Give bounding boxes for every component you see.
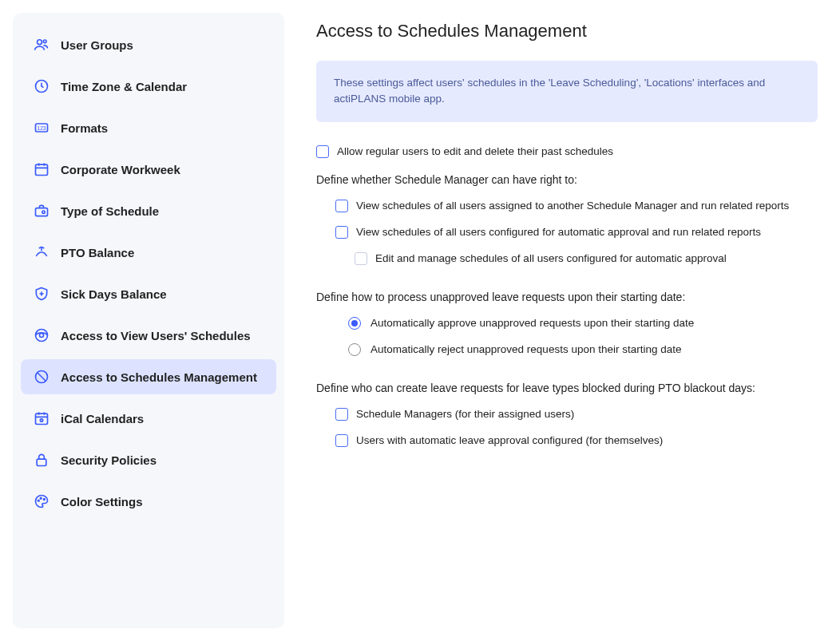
formats-icon: 123: [34, 120, 50, 136]
sidebar-item-view-schedules[interactable]: Access to View Users' Schedules: [21, 318, 276, 353]
radio-label: Automatically approve unapproved request…: [370, 316, 694, 331]
sidebar-item-color[interactable]: Color Settings: [21, 484, 276, 519]
info-banner: These settings affect users' schedules i…: [316, 61, 818, 122]
sidebar-item-timezone[interactable]: Time Zone & Calendar: [21, 69, 276, 104]
sidebar-item-schedule-type[interactable]: Type of Schedule: [21, 193, 276, 228]
svg-point-0: [38, 40, 42, 45]
sidebar-item-formats[interactable]: 123 Formats: [21, 110, 276, 145]
block-icon: [34, 369, 50, 385]
briefcase-icon: [34, 203, 50, 219]
clock-icon: [34, 78, 50, 94]
sidebar-item-label: iCal Calendars: [61, 412, 144, 425]
svg-text:123: 123: [37, 125, 46, 131]
lock-icon: [34, 452, 50, 468]
sidebar-item-label: User Groups: [61, 38, 133, 52]
sidebar-item-label: Security Policies: [61, 453, 157, 467]
eye-globe-icon: [34, 327, 50, 343]
checkbox-blackout-auto-users[interactable]: [335, 434, 348, 447]
pto-icon: [34, 244, 50, 260]
palette-icon: [34, 493, 50, 509]
checkbox-view-auto-approval[interactable]: [335, 226, 348, 239]
main-content: Access to Schedules Management These set…: [284, 13, 827, 628]
checkbox-label: View schedules of all users assigned to …: [356, 199, 789, 214]
sidebar-item-user-groups[interactable]: User Groups: [21, 27, 276, 62]
sidebar-item-label: Type of Schedule: [61, 204, 159, 218]
section-heading: Define who can create leave requests for…: [316, 382, 818, 394]
sidebar-item-label: Color Settings: [61, 495, 143, 508]
sidebar-item-label: Sick Days Balance: [61, 287, 167, 301]
sidebar-item-pto[interactable]: PTO Balance: [21, 235, 276, 270]
svg-point-15: [40, 497, 42, 499]
sidebar: User Groups Time Zone & Calendar 123 For…: [13, 13, 284, 628]
page-title: Access to Schedules Management: [316, 21, 818, 42]
sidebar-item-label: Formats: [61, 121, 108, 135]
radio-auto-reject[interactable]: [348, 343, 361, 356]
svg-point-14: [38, 500, 39, 501]
checkbox-view-other-manager[interactable]: [335, 200, 348, 212]
checkbox-label: Edit and manage schedules of all users c…: [375, 251, 727, 267]
sidebar-item-label: PTO Balance: [61, 246, 134, 259]
svg-point-1: [43, 40, 46, 43]
svg-point-7: [42, 211, 45, 213]
svg-point-12: [40, 419, 42, 421]
svg-point-9: [40, 334, 44, 338]
sidebar-item-ical[interactable]: iCal Calendars: [21, 401, 276, 436]
calendar-link-icon: [34, 410, 50, 426]
sidebar-item-schedules-management[interactable]: Access to Schedules Management: [21, 359, 276, 394]
sidebar-item-label: Access to Schedules Management: [61, 370, 257, 384]
calendar-icon: [34, 161, 50, 177]
checkbox-allow-past[interactable]: [316, 145, 329, 158]
radio-auto-approve[interactable]: [348, 317, 361, 330]
shield-plus-icon: [34, 286, 50, 302]
checkbox-label: View schedules of all users configured f…: [356, 225, 761, 240]
svg-point-8: [36, 330, 48, 342]
checkbox-label: Schedule Managers (for their assigned us…: [356, 407, 574, 422]
section-heading: Define how to process unapproved leave r…: [316, 291, 818, 303]
sidebar-item-sick[interactable]: Sick Days Balance: [21, 276, 276, 311]
checkbox-blackout-managers[interactable]: [335, 408, 348, 421]
sidebar-item-security[interactable]: Security Policies: [21, 442, 276, 477]
sidebar-item-label: Corporate Workweek: [61, 163, 180, 176]
section-heading: Define whether Schedule Manager can have…: [316, 173, 818, 186]
checkbox-edit-auto-approval[interactable]: [355, 252, 367, 265]
svg-rect-13: [37, 459, 46, 465]
svg-rect-5: [36, 164, 48, 175]
sidebar-item-label: Access to View Users' Schedules: [61, 329, 251, 342]
checkbox-label: Users with automatic leave approval conf…: [356, 433, 663, 449]
checkbox-label: Allow regular users to edit and delete t…: [337, 144, 613, 160]
users-icon: [34, 37, 50, 53]
svg-point-16: [44, 499, 46, 501]
sidebar-item-workweek[interactable]: Corporate Workweek: [21, 152, 276, 187]
radio-label: Automatically reject unapproved requests…: [370, 342, 681, 358]
sidebar-item-label: Time Zone & Calendar: [61, 80, 187, 93]
